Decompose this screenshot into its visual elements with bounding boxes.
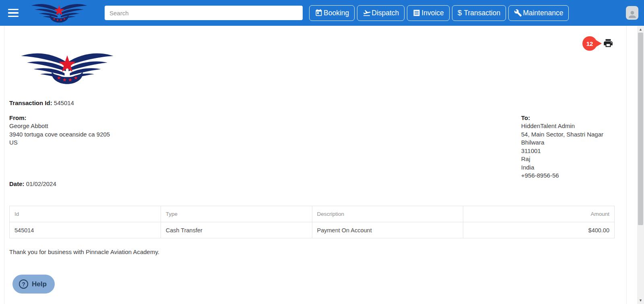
to-label: To:: [521, 114, 603, 122]
header-id: Id: [10, 206, 161, 222]
from-street: 3940 tortuga cove oceanside ca 9205: [9, 130, 110, 139]
header-amount: Amount: [463, 206, 615, 222]
invoice-label: Invoice: [421, 9, 444, 17]
to-city: Bhilwara: [521, 139, 603, 147]
user-avatar-icon[interactable]: [626, 6, 638, 20]
cell-type: Cash Transfer: [161, 222, 312, 238]
cell-id: 545014: [10, 222, 161, 238]
date-label: Date:: [9, 180, 25, 187]
to-street: 54, Main Sector, Shastri Nagar: [521, 130, 603, 139]
receipt-logo: [9, 51, 125, 85]
company-logo: [27, 2, 91, 23]
scroll-down-icon[interactable]: ▼: [637, 298, 644, 303]
wrench-icon: [514, 9, 522, 17]
print-icon: [603, 38, 613, 48]
to-phone: +956-8956-56: [521, 172, 603, 180]
vertical-scrollbar[interactable]: ▲ ▼: [637, 26, 644, 304]
to-state: Raj: [521, 155, 603, 163]
from-address-block: From: George Abbott 3940 tortuga cove oc…: [9, 114, 110, 180]
cell-description: Payment On Account: [312, 222, 463, 238]
from-label: From:: [9, 114, 110, 122]
main-nav: Booking Dispatch Invoice $ Transaction M…: [309, 5, 569, 21]
to-name: HiddenTalent Admin: [521, 122, 603, 130]
print-row: 12: [582, 36, 613, 51]
receipt-icon: [413, 9, 421, 17]
search-input[interactable]: [105, 6, 303, 20]
person-icon: [627, 9, 638, 20]
transaction-id-value: 545014: [54, 99, 74, 106]
dollar-icon: $: [458, 8, 462, 17]
annotation-badge: 12: [582, 36, 602, 51]
menu-icon[interactable]: [8, 9, 19, 17]
header-description: Description: [312, 206, 463, 222]
maintenance-button[interactable]: Maintenance: [508, 5, 569, 21]
top-navbar: Booking Dispatch Invoice $ Transaction M…: [0, 0, 644, 26]
question-mark-icon: ?: [19, 279, 28, 289]
scroll-up-icon[interactable]: ▲: [637, 27, 644, 32]
to-address-block: To: HiddenTalent Admin 54, Main Sector, …: [521, 114, 603, 180]
help-label: Help: [32, 280, 47, 288]
maintenance-label: Maintenance: [523, 9, 563, 17]
transaction-table: Id Type Description Amount 545014 Cash T…: [9, 206, 615, 238]
from-country: US: [9, 139, 110, 147]
date-value: 01/02/2024: [26, 180, 56, 187]
transaction-receipt-card: 12 Transaction Id: 545014 From: George A…: [4, 26, 627, 304]
transaction-button[interactable]: $ Transaction: [452, 5, 506, 21]
booking-label: Booking: [324, 9, 349, 17]
annotation-badge-pointer: [595, 39, 602, 48]
table-row: 545014 Cash Transfer Payment On Account …: [10, 222, 615, 238]
cell-amount: $400.00: [463, 222, 615, 238]
table-header-row: Id Type Description Amount: [10, 206, 615, 222]
to-country: India: [521, 163, 603, 172]
scrollbar-thumb[interactable]: [638, 33, 643, 225]
transaction-id-line: Transaction Id: 545014: [9, 99, 614, 108]
from-name: George Abbott: [9, 122, 110, 130]
header-type: Type: [161, 206, 312, 222]
transaction-label: Transaction: [464, 9, 500, 17]
help-button[interactable]: ? Help: [12, 275, 55, 294]
to-zip: 311001: [521, 147, 603, 155]
footer-note: Thank you for business with Pinnacle Avi…: [9, 248, 614, 255]
calendar-icon: [315, 9, 323, 17]
plane-takeoff-icon: [363, 9, 371, 17]
invoice-button[interactable]: Invoice: [407, 5, 449, 21]
date-line: Date: 01/02/2024: [9, 180, 614, 188]
address-row: From: George Abbott 3940 tortuga cove oc…: [9, 114, 614, 180]
dispatch-button[interactable]: Dispatch: [357, 5, 405, 21]
dispatch-label: Dispatch: [372, 9, 399, 17]
booking-button[interactable]: Booking: [309, 5, 355, 21]
print-button[interactable]: [603, 38, 613, 50]
transaction-id-label: Transaction Id:: [9, 99, 52, 106]
